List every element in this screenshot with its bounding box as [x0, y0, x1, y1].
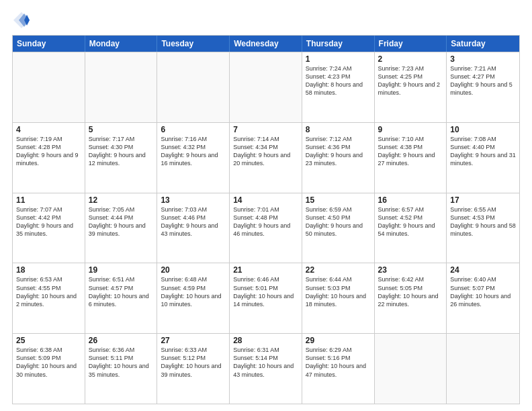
calendar-cell: 11Sunrise: 7:07 AM Sunset: 4:42 PM Dayli…	[13, 193, 85, 263]
logo-icon	[12, 11, 31, 30]
calendar-cell: 13Sunrise: 7:03 AM Sunset: 4:46 PM Dayli…	[157, 193, 230, 263]
calendar-header-cell: Tuesday	[157, 36, 230, 52]
day-info: Sunrise: 7:24 AM Sunset: 4:23 PM Dayligh…	[306, 64, 371, 97]
day-info: Sunrise: 6:57 AM Sunset: 4:52 PM Dayligh…	[378, 205, 443, 238]
day-info: Sunrise: 7:05 AM Sunset: 4:44 PM Dayligh…	[89, 205, 154, 238]
day-info: Sunrise: 6:36 AM Sunset: 5:11 PM Dayligh…	[89, 346, 154, 379]
calendar-cell: 10Sunrise: 7:08 AM Sunset: 4:40 PM Dayli…	[447, 123, 519, 193]
calendar-header-row: SundayMondayTuesdayWednesdayThursdayFrid…	[13, 36, 519, 52]
calendar-row: 1Sunrise: 7:24 AM Sunset: 4:23 PM Daylig…	[13, 52, 519, 122]
calendar-cell: 14Sunrise: 7:01 AM Sunset: 4:48 PM Dayli…	[230, 193, 302, 263]
day-number: 17	[450, 195, 516, 205]
calendar-cell: 8Sunrise: 7:12 AM Sunset: 4:36 PM Daylig…	[302, 123, 375, 193]
day-info: Sunrise: 6:42 AM Sunset: 5:05 PM Dayligh…	[378, 275, 443, 308]
calendar-header-cell: Sunday	[13, 36, 85, 52]
calendar-cell: 1Sunrise: 7:24 AM Sunset: 4:23 PM Daylig…	[302, 52, 375, 122]
day-number: 21	[233, 265, 298, 275]
day-number: 22	[306, 265, 371, 275]
calendar-cell: 21Sunrise: 6:46 AM Sunset: 5:01 PM Dayli…	[230, 263, 302, 333]
day-info: Sunrise: 7:16 AM Sunset: 4:32 PM Dayligh…	[161, 135, 226, 168]
day-info: Sunrise: 6:55 AM Sunset: 4:53 PM Dayligh…	[450, 205, 516, 238]
day-number: 29	[306, 336, 371, 345]
calendar-header-cell: Saturday	[447, 36, 519, 52]
day-info: Sunrise: 7:03 AM Sunset: 4:46 PM Dayligh…	[161, 205, 226, 238]
calendar-cell	[13, 52, 85, 122]
calendar-cell: 23Sunrise: 6:42 AM Sunset: 5:05 PM Dayli…	[375, 263, 447, 333]
day-info: Sunrise: 6:31 AM Sunset: 5:14 PM Dayligh…	[233, 346, 298, 379]
calendar-header-cell: Friday	[375, 36, 447, 52]
day-number: 16	[378, 195, 443, 205]
calendar-cell: 25Sunrise: 6:38 AM Sunset: 5:09 PM Dayli…	[13, 334, 85, 404]
day-info: Sunrise: 7:14 AM Sunset: 4:34 PM Dayligh…	[233, 135, 298, 168]
day-info: Sunrise: 6:29 AM Sunset: 5:16 PM Dayligh…	[306, 346, 371, 379]
day-number: 20	[161, 265, 226, 275]
day-info: Sunrise: 6:53 AM Sunset: 4:55 PM Dayligh…	[16, 275, 81, 308]
day-number: 11	[16, 195, 81, 205]
calendar-cell	[85, 52, 158, 122]
calendar-cell: 9Sunrise: 7:10 AM Sunset: 4:38 PM Daylig…	[375, 123, 447, 193]
calendar-cell: 29Sunrise: 6:29 AM Sunset: 5:16 PM Dayli…	[302, 334, 375, 404]
calendar-header-cell: Wednesday	[230, 36, 302, 52]
calendar-cell: 19Sunrise: 6:51 AM Sunset: 4:57 PM Dayli…	[85, 263, 158, 333]
day-number: 12	[89, 195, 154, 205]
calendar-row: 18Sunrise: 6:53 AM Sunset: 4:55 PM Dayli…	[13, 263, 519, 333]
day-info: Sunrise: 6:59 AM Sunset: 4:50 PM Dayligh…	[306, 205, 371, 238]
day-info: Sunrise: 6:33 AM Sunset: 5:12 PM Dayligh…	[161, 346, 226, 379]
page: SundayMondayTuesdayWednesdayThursdayFrid…	[0, 0, 532, 411]
calendar-cell: 7Sunrise: 7:14 AM Sunset: 4:34 PM Daylig…	[230, 123, 302, 193]
day-number: 1	[306, 54, 371, 64]
calendar-cell	[447, 334, 519, 404]
day-info: Sunrise: 6:48 AM Sunset: 4:59 PM Dayligh…	[161, 275, 226, 308]
header	[12, 11, 520, 30]
calendar-cell: 6Sunrise: 7:16 AM Sunset: 4:32 PM Daylig…	[157, 123, 230, 193]
day-number: 2	[378, 54, 443, 64]
day-info: Sunrise: 7:23 AM Sunset: 4:25 PM Dayligh…	[378, 64, 443, 97]
calendar-cell	[375, 334, 447, 404]
day-info: Sunrise: 6:38 AM Sunset: 5:09 PM Dayligh…	[16, 346, 81, 379]
calendar-cell	[157, 52, 230, 122]
day-info: Sunrise: 7:01 AM Sunset: 4:48 PM Dayligh…	[233, 205, 298, 238]
calendar-cell: 17Sunrise: 6:55 AM Sunset: 4:53 PM Dayli…	[447, 193, 519, 263]
day-info: Sunrise: 7:12 AM Sunset: 4:36 PM Dayligh…	[306, 135, 371, 168]
calendar-cell: 24Sunrise: 6:40 AM Sunset: 5:07 PM Dayli…	[447, 263, 519, 333]
day-number: 25	[16, 336, 81, 345]
day-number: 7	[233, 125, 298, 134]
calendar-header-cell: Monday	[85, 36, 158, 52]
calendar-cell: 16Sunrise: 6:57 AM Sunset: 4:52 PM Dayli…	[375, 193, 447, 263]
day-number: 6	[161, 125, 226, 134]
calendar-cell: 3Sunrise: 7:21 AM Sunset: 4:27 PM Daylig…	[447, 52, 519, 122]
day-info: Sunrise: 6:44 AM Sunset: 5:03 PM Dayligh…	[306, 275, 371, 308]
calendar-header-cell: Thursday	[302, 36, 375, 52]
calendar-cell: 12Sunrise: 7:05 AM Sunset: 4:44 PM Dayli…	[85, 193, 158, 263]
calendar-row: 4Sunrise: 7:19 AM Sunset: 4:28 PM Daylig…	[13, 122, 519, 193]
calendar-cell	[230, 52, 302, 122]
day-info: Sunrise: 7:08 AM Sunset: 4:40 PM Dayligh…	[450, 135, 516, 168]
calendar-cell: 2Sunrise: 7:23 AM Sunset: 4:25 PM Daylig…	[375, 52, 447, 122]
day-number: 24	[450, 265, 516, 275]
calendar-body: 1Sunrise: 7:24 AM Sunset: 4:23 PM Daylig…	[13, 52, 519, 404]
day-number: 8	[306, 125, 371, 134]
day-number: 18	[16, 265, 81, 275]
day-number: 26	[89, 336, 154, 345]
calendar-cell: 27Sunrise: 6:33 AM Sunset: 5:12 PM Dayli…	[157, 334, 230, 404]
day-info: Sunrise: 6:46 AM Sunset: 5:01 PM Dayligh…	[233, 275, 298, 308]
day-number: 5	[89, 125, 154, 134]
day-number: 13	[161, 195, 226, 205]
calendar-row: 11Sunrise: 7:07 AM Sunset: 4:42 PM Dayli…	[13, 193, 519, 263]
day-number: 23	[378, 265, 443, 275]
day-number: 3	[450, 54, 516, 64]
day-info: Sunrise: 7:07 AM Sunset: 4:42 PM Dayligh…	[16, 205, 81, 238]
day-number: 9	[378, 125, 443, 134]
day-number: 19	[89, 265, 154, 275]
day-info: Sunrise: 7:21 AM Sunset: 4:27 PM Dayligh…	[450, 64, 516, 97]
calendar-cell: 22Sunrise: 6:44 AM Sunset: 5:03 PM Dayli…	[302, 263, 375, 333]
calendar: SundayMondayTuesdayWednesdayThursdayFrid…	[12, 35, 520, 404]
day-number: 4	[16, 125, 81, 134]
calendar-cell: 5Sunrise: 7:17 AM Sunset: 4:30 PM Daylig…	[85, 123, 158, 193]
day-number: 15	[306, 195, 371, 205]
day-info: Sunrise: 7:10 AM Sunset: 4:38 PM Dayligh…	[378, 135, 443, 168]
calendar-cell: 15Sunrise: 6:59 AM Sunset: 4:50 PM Dayli…	[302, 193, 375, 263]
day-number: 14	[233, 195, 298, 205]
calendar-cell: 4Sunrise: 7:19 AM Sunset: 4:28 PM Daylig…	[13, 123, 85, 193]
day-info: Sunrise: 7:19 AM Sunset: 4:28 PM Dayligh…	[16, 135, 81, 168]
